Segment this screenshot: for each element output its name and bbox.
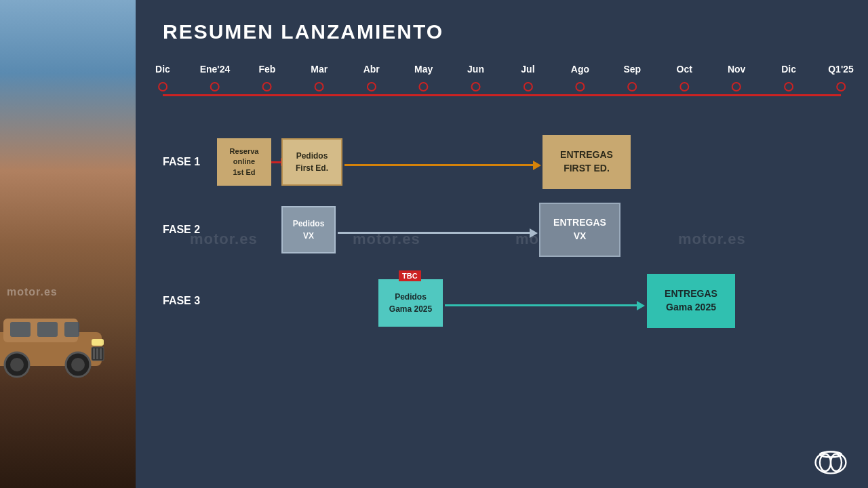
month-label-Q1'25: Q1'25	[828, 64, 854, 75]
timeline-month-Oct: Oct	[677, 64, 692, 92]
timeline-month-Dic: Dic	[155, 64, 170, 92]
car-image	[0, 298, 108, 380]
month-label-Nov: Nov	[728, 64, 745, 75]
phase-2-label: FASE 2	[163, 224, 217, 236]
phase2-pedidos-box: PedidosVX	[281, 206, 336, 253]
month-dot-Sep	[627, 82, 637, 92]
timeline-month-Sep: Sep	[623, 64, 641, 92]
phase2-white-arrow	[338, 232, 538, 234]
month-label-Feb: Feb	[258, 64, 275, 75]
timeline-month-Feb: Feb	[258, 64, 275, 92]
timeline-month-May: May	[414, 64, 433, 92]
month-dot-Jul	[523, 82, 532, 92]
left-watermark: motor.es	[7, 286, 58, 298]
phase-3-row: FASE 3 TBC PedidosGama 2025 ENTREGASGama…	[163, 267, 841, 335]
month-dot-Mar	[315, 82, 324, 92]
timeline-month-Jun: Jun	[467, 64, 484, 92]
svg-point-8	[71, 358, 85, 371]
timeline-month-Nov: Nov	[728, 64, 745, 92]
phase3-entregas-box: ENTREGASGama 2025	[647, 274, 735, 328]
svg-rect-9	[92, 339, 104, 346]
phase3-pedidos-box: PedidosGama 2025	[378, 279, 443, 327]
phase1-pedidos-text: PedidosFirst Ed.	[296, 150, 328, 174]
month-dot-Oct	[679, 82, 689, 92]
timeline-line	[163, 94, 841, 96]
month-dot-Nov	[732, 82, 741, 92]
timeline-month-Abr: Abr	[363, 64, 380, 92]
timeline-month-Ago: Ago	[571, 64, 589, 92]
month-label-Mar: Mar	[311, 64, 328, 75]
timeline: DicEne'24FebMarAbrMayJunJulAgoSepOctNovD…	[163, 64, 841, 118]
phase1-reserva-box: Reservaonline1st Ed	[217, 138, 271, 186]
phase3-entregas-text: ENTREGASGama 2025	[665, 287, 717, 314]
main-panel: motor.es motor.es motor.es motor.es RESU…	[136, 0, 868, 488]
svg-rect-12	[96, 348, 98, 359]
phase2-pedidos-text: PedidosVX	[293, 218, 325, 242]
svg-point-6	[10, 358, 24, 371]
svg-rect-2	[10, 322, 31, 337]
phase-1-content: Reservaonline1st Ed PedidosFirst Ed.	[217, 131, 841, 192]
svg-rect-4	[64, 322, 79, 337]
month-label-Abr: Abr	[363, 64, 380, 75]
timeline-month-Dic: Dic	[781, 64, 796, 92]
month-label-Jul: Jul	[521, 64, 534, 75]
phase1-entregas-text: ENTREGASFIRST ED.	[560, 148, 613, 175]
month-dot-Ago	[575, 82, 585, 92]
phase2-entregas-box: ENTREGASVX	[539, 203, 620, 257]
month-dot-Ene'24	[210, 82, 220, 92]
month-label-Ago: Ago	[571, 64, 589, 75]
month-label-Dic: Dic	[781, 64, 796, 75]
tbc-badge: TBC	[399, 270, 421, 281]
phase1-orange-arrow	[344, 164, 541, 166]
timeline-month-Mar: Mar	[311, 64, 328, 92]
toyota-logo	[814, 447, 848, 474]
phase2-entregas-text: ENTREGASVX	[553, 216, 606, 243]
phase3-pedidos-text: PedidosGama 2025	[389, 291, 432, 315]
phase3-teal-arrow	[445, 304, 645, 306]
month-dot-Jun	[471, 82, 481, 92]
timeline-month-Q1'25: Q1'25	[828, 64, 854, 92]
month-dot-Abr	[367, 82, 376, 92]
phase1-entregas-box: ENTREGASFIRST ED.	[542, 135, 631, 189]
month-dot-May	[419, 82, 429, 92]
phase-2-row: FASE 2 PedidosVX ENTREGASVX	[163, 199, 841, 260]
month-label-Dic: Dic	[155, 64, 170, 75]
page-title: RESUMEN LANZAMIENTO	[163, 20, 841, 43]
phase-2-content: PedidosVX ENTREGASVX	[217, 199, 841, 260]
svg-rect-3	[37, 322, 58, 337]
month-dot-Q1'25	[836, 82, 846, 92]
month-dot-Feb	[262, 82, 272, 92]
phase-1-row: FASE 1 Reservaonline1st Ed PedidosFirst …	[163, 131, 841, 192]
phase1-pedidos-box: PedidosFirst Ed.	[281, 138, 342, 186]
svg-rect-11	[93, 348, 95, 359]
timeline-month-Jul: Jul	[521, 64, 534, 92]
month-label-Jun: Jun	[467, 64, 484, 75]
phases-container: FASE 1 Reservaonline1st Ed PedidosFirst …	[163, 131, 841, 335]
month-dot-Dic	[158, 82, 167, 92]
timeline-month-Ene'24: Ene'24	[200, 64, 231, 92]
phase1-reserva-text: Reservaonline1st Ed	[230, 146, 259, 178]
month-label-May: May	[414, 64, 433, 75]
phase-3-label: FASE 3	[163, 295, 217, 307]
photo-panel: motor.es	[0, 0, 136, 488]
month-label-Ene'24: Ene'24	[200, 64, 231, 75]
month-label-Oct: Oct	[677, 64, 692, 75]
phase-3-content: TBC PedidosGama 2025 ENTREGASGama 2025	[217, 267, 841, 335]
month-dot-Dic	[784, 82, 793, 92]
month-label-Sep: Sep	[623, 64, 641, 75]
svg-rect-13	[100, 348, 102, 359]
phase-1-label: FASE 1	[163, 156, 217, 168]
